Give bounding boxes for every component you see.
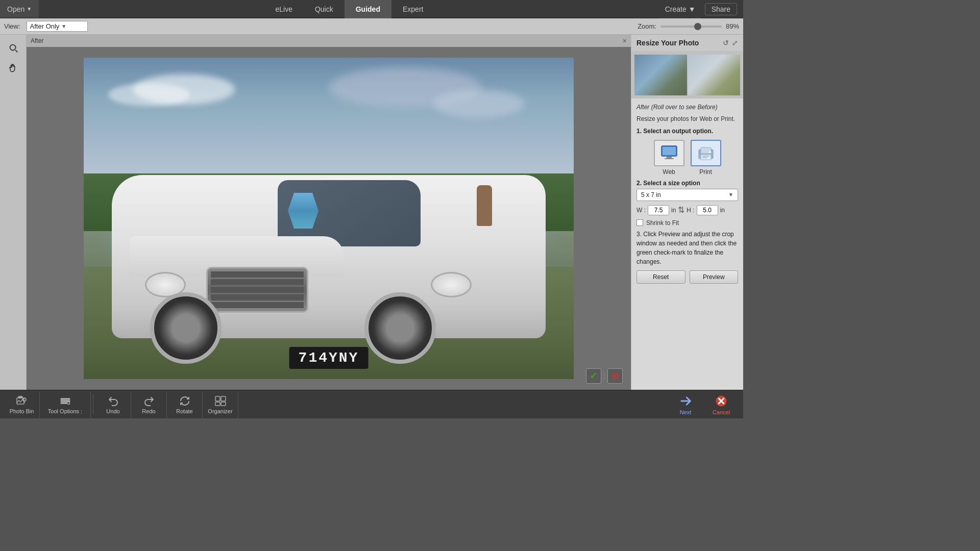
tab-elive[interactable]: eLive xyxy=(264,0,303,18)
zoom-slider[interactable] xyxy=(660,26,722,28)
canvas-close-button[interactable]: × xyxy=(623,37,627,45)
next-label: Next xyxy=(680,409,692,415)
tab-guided[interactable]: Guided xyxy=(345,0,391,18)
after-caption: After (Roll over to see Before) xyxy=(636,104,738,111)
refresh-icon[interactable]: ↺ xyxy=(723,39,729,47)
size-dropdown-arrow-icon: ▼ xyxy=(728,192,733,197)
cancel-button[interactable]: Cancel xyxy=(703,391,739,418)
redo-icon xyxy=(143,395,155,407)
canvas-area: After × xyxy=(27,35,631,390)
shrink-label: Shrink to Fit xyxy=(646,219,679,227)
mode-tabs: eLive Quick Guided Expert xyxy=(264,0,434,18)
photo-bin-icon xyxy=(16,395,28,407)
wheel-right xyxy=(364,292,436,364)
top-menu-bar: Open ▼ eLive Quick Guided Expert Create … xyxy=(0,0,743,18)
tab-quick[interactable]: Quick xyxy=(304,0,345,18)
open-menu-button[interactable]: Open ▼ xyxy=(0,0,39,18)
create-arrow-icon: ▼ xyxy=(689,5,696,13)
canvas-content[interactable]: 714YNY ✓ : ⊘ xyxy=(27,47,631,390)
height-input[interactable] xyxy=(697,205,718,215)
cancel-label: Cancel xyxy=(713,409,730,415)
size-dropdown[interactable]: 5 x 7 in ▼ xyxy=(636,189,738,201)
preview-thumbnails xyxy=(631,52,743,98)
open-label: Open xyxy=(7,5,24,13)
print-option-box[interactable] xyxy=(691,140,721,166)
cancel-crop-button[interactable]: ⊘ xyxy=(607,368,623,384)
wheel-left xyxy=(150,292,222,364)
grille-bar-5 xyxy=(211,302,304,308)
shrink-to-fit-checkbox[interactable] xyxy=(636,219,643,226)
view-dropdown[interactable]: After Only ▼ xyxy=(27,21,88,32)
tab-expert[interactable]: Expert xyxy=(391,0,434,18)
grille-bar-4 xyxy=(211,294,304,300)
print-option[interactable]: Print xyxy=(691,140,721,176)
grille-bar-2 xyxy=(211,279,304,285)
preview-button[interactable]: Preview xyxy=(690,270,739,284)
redo-label: Redo xyxy=(142,408,155,414)
width-unit: in xyxy=(671,207,676,214)
cloud-4 xyxy=(433,90,525,118)
bottom-bar: Photo Bin Tool Options : Undo Redo Rotat… xyxy=(0,390,743,418)
step3-text: 3. Click Preview and adjust the crop win… xyxy=(631,230,743,266)
create-label: Create xyxy=(665,5,687,13)
before-thumbnail[interactable] xyxy=(688,55,741,95)
hand-tool-button[interactable] xyxy=(4,59,22,78)
canvas-after-label: After xyxy=(31,37,43,44)
undo-label: Undo xyxy=(106,408,119,414)
svg-rect-11 xyxy=(702,157,707,158)
license-plate: 714YNY xyxy=(289,347,369,369)
rotate-button[interactable]: Rotate xyxy=(167,391,203,418)
size-option-label: 5 x 7 in xyxy=(641,191,661,198)
height-label: H : xyxy=(687,207,694,214)
photo-bin-button[interactable]: Photo Bin xyxy=(4,391,40,418)
view-option-label: After Only xyxy=(30,22,60,30)
expand-icon[interactable]: ⤢ xyxy=(732,39,738,47)
headlight-right xyxy=(431,272,472,297)
svg-rect-23 xyxy=(221,402,226,406)
action-buttons-row: Reset Preview xyxy=(631,270,743,284)
redo-button[interactable]: Redo xyxy=(131,391,167,418)
cancel-icon xyxy=(714,394,728,408)
car-grille xyxy=(206,267,308,313)
link-dimensions-icon[interactable]: ⇅ xyxy=(678,205,684,215)
svg-rect-16 xyxy=(61,398,70,399)
open-arrow-icon: ▼ xyxy=(27,6,32,12)
toolbar-bar: View: After Only ▼ Zoom: 89% xyxy=(0,18,743,35)
next-icon xyxy=(678,394,693,408)
rotate-label: Rotate xyxy=(176,408,192,414)
reset-button[interactable]: Reset xyxy=(636,270,685,284)
search-tool-button[interactable] xyxy=(4,39,22,57)
right-panel: Resize Your Photo ↺ ⤢ After (Roll over t… xyxy=(631,35,743,390)
right-panel-icons: ↺ ⤢ xyxy=(723,39,738,47)
svg-rect-20 xyxy=(215,396,220,401)
width-input[interactable] xyxy=(648,205,669,215)
svg-point-19 xyxy=(67,402,69,404)
step1-label: 1. Select an output option. xyxy=(636,128,738,135)
tool-options-button[interactable]: Tool Options : xyxy=(40,391,91,418)
share-button[interactable]: Share xyxy=(705,3,737,15)
right-panel-body: After (Roll over to see Before) Resize y… xyxy=(631,98,743,140)
print-label: Print xyxy=(699,168,712,176)
zoom-thumb[interactable] xyxy=(694,23,701,30)
grille-bar-3 xyxy=(211,287,304,293)
next-button[interactable]: Next xyxy=(668,391,703,418)
undo-button[interactable]: Undo xyxy=(95,391,131,418)
step2-label: 2. Select a size option xyxy=(631,180,743,187)
create-button[interactable]: Create ▼ xyxy=(660,0,701,18)
dimension-row: W : in ⇅ H : in xyxy=(631,203,743,217)
web-option-box[interactable] xyxy=(654,140,684,166)
organizer-button[interactable]: Organizer xyxy=(203,391,238,418)
svg-rect-22 xyxy=(215,402,220,406)
output-options: Web Print xyxy=(631,140,743,176)
after-thumbnail[interactable] xyxy=(634,55,687,95)
svg-rect-14 xyxy=(18,396,22,398)
left-toolbar xyxy=(0,35,27,390)
photo-background: 714YNY xyxy=(84,58,574,379)
shrink-to-fit-row: Shrink to Fit xyxy=(631,219,743,227)
svg-point-0 xyxy=(10,45,15,51)
confirm-button[interactable]: ✓ xyxy=(586,368,601,384)
web-option[interactable]: Web xyxy=(654,140,684,176)
right-panel-header: Resize Your Photo ↺ ⤢ xyxy=(631,35,743,52)
resize-description: Resize your photos for Web or Print. xyxy=(636,115,738,123)
undo-icon xyxy=(107,395,119,407)
